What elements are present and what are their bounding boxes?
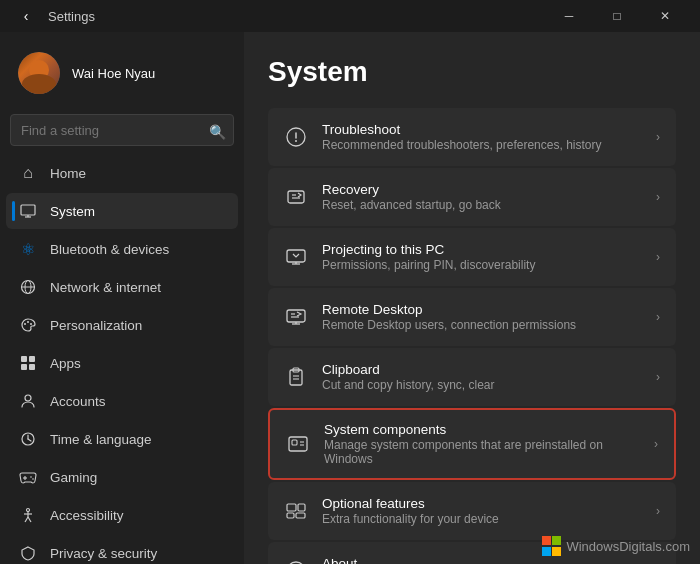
sidebar-item-system-label: System: [50, 204, 95, 219]
avatar: [18, 52, 60, 94]
search-container: 🔍: [0, 110, 244, 154]
sidebar-item-time-label: Time & language: [50, 432, 152, 447]
projecting-chevron: ›: [656, 250, 660, 264]
svg-point-13: [25, 395, 31, 401]
settings-item-clipboard[interactable]: Clipboard Cut and copy history, sync, cl…: [268, 348, 676, 406]
projecting-desc: Permissions, pairing PIN, discoverabilit…: [322, 258, 642, 272]
svg-rect-0: [21, 205, 35, 215]
svg-rect-9: [21, 356, 27, 362]
main-layout: Wai Hoe Nyau 🔍 ⌂ Home System ⚛ Bluetoot: [0, 32, 700, 564]
sidebar-item-home[interactable]: ⌂ Home: [6, 155, 238, 191]
components-chevron: ›: [654, 437, 658, 451]
search-input[interactable]: [10, 114, 234, 146]
settings-item-remote[interactable]: Remote Desktop Remote Desktop users, con…: [268, 288, 676, 346]
troubleshoot-title: Troubleshoot: [322, 122, 642, 137]
svg-line-16: [28, 439, 31, 441]
sidebar-item-accounts-label: Accounts: [50, 394, 106, 409]
settings-item-projecting[interactable]: Projecting to this PC Permissions, pairi…: [268, 228, 676, 286]
apps-icon: [18, 353, 38, 373]
recovery-title: Recovery: [322, 182, 642, 197]
troubleshoot-icon: [284, 125, 308, 149]
sidebar-item-system[interactable]: System: [6, 193, 238, 229]
remote-title: Remote Desktop: [322, 302, 642, 317]
sidebar-item-accessibility[interactable]: Accessibility: [6, 497, 238, 533]
clipboard-desc: Cut and copy history, sync, clear: [322, 378, 642, 392]
network-icon: [18, 277, 38, 297]
user-name: Wai Hoe Nyau: [72, 66, 155, 81]
troubleshoot-text: Troubleshoot Recommended troubleshooters…: [322, 122, 642, 152]
sidebar-item-apps[interactable]: Apps: [6, 345, 238, 381]
about-title: About: [322, 556, 642, 564]
recovery-desc: Reset, advanced startup, go back: [322, 198, 642, 212]
sidebar-item-gaming[interactable]: Gaming: [6, 459, 238, 495]
svg-point-7: [27, 321, 29, 323]
sidebar-item-network[interactable]: Network & internet: [6, 269, 238, 305]
settings-list: Troubleshoot Recommended troubleshooters…: [268, 108, 676, 564]
sidebar-item-privacy[interactable]: Privacy & security: [6, 535, 238, 564]
remote-chevron: ›: [656, 310, 660, 324]
accessibility-icon: [18, 505, 38, 525]
privacy-icon: [18, 543, 38, 563]
components-desc: Manage system components that are preins…: [324, 438, 640, 466]
sidebar-item-personalization-label: Personalization: [50, 318, 142, 333]
components-title: System components: [324, 422, 640, 437]
optional-title: Optional features: [322, 496, 642, 511]
optional-chevron: ›: [656, 504, 660, 518]
minimize-button[interactable]: ─: [546, 0, 592, 32]
back-button[interactable]: ‹: [12, 2, 40, 30]
projecting-text: Projecting to this PC Permissions, pairi…: [322, 242, 642, 272]
settings-item-optional[interactable]: Optional features Extra functionality fo…: [268, 482, 676, 540]
recovery-chevron: ›: [656, 190, 660, 204]
settings-item-recovery[interactable]: Recovery Reset, advanced startup, go bac…: [268, 168, 676, 226]
projecting-icon: [284, 245, 308, 269]
personalization-icon: [18, 315, 38, 335]
recovery-text: Recovery Reset, advanced startup, go bac…: [322, 182, 642, 212]
accounts-icon: [18, 391, 38, 411]
svg-rect-29: [288, 191, 304, 203]
components-icon: [286, 432, 310, 456]
svg-rect-10: [29, 356, 35, 362]
sidebar-item-time[interactable]: Time & language: [6, 421, 238, 457]
sidebar-item-bluetooth[interactable]: ⚛ Bluetooth & devices: [6, 231, 238, 267]
sidebar-item-accounts[interactable]: Accounts: [6, 383, 238, 419]
svg-point-19: [30, 476, 32, 478]
svg-point-8: [30, 323, 32, 325]
sidebar-item-home-label: Home: [50, 166, 86, 181]
user-profile[interactable]: Wai Hoe Nyau: [6, 36, 238, 106]
svg-rect-49: [298, 504, 305, 511]
settings-item-about[interactable]: About Device specifications, rename PC, …: [268, 542, 676, 564]
svg-rect-32: [287, 250, 305, 262]
svg-rect-45: [292, 440, 297, 445]
svg-rect-35: [287, 310, 305, 322]
sidebar-item-personalization[interactable]: Personalization: [6, 307, 238, 343]
optional-icon: [284, 499, 308, 523]
gaming-icon: [18, 467, 38, 487]
clipboard-icon: [284, 365, 308, 389]
svg-point-28: [295, 140, 297, 142]
titlebar-title: Settings: [48, 9, 95, 24]
clipboard-title: Clipboard: [322, 362, 642, 377]
optional-desc: Extra functionality for your device: [322, 512, 642, 526]
sidebar-item-bluetooth-label: Bluetooth & devices: [50, 242, 169, 257]
about-text: About Device specifications, rename PC, …: [322, 556, 642, 564]
recovery-icon: [284, 185, 308, 209]
avatar-image: [18, 52, 60, 94]
svg-line-25: [28, 517, 31, 522]
remote-desc: Remote Desktop users, connection permiss…: [322, 318, 642, 332]
sidebar-item-accessibility-label: Accessibility: [50, 508, 124, 523]
projecting-title: Projecting to this PC: [322, 242, 642, 257]
close-button[interactable]: ✕: [642, 0, 688, 32]
maximize-button[interactable]: □: [594, 0, 640, 32]
sidebar-item-apps-label: Apps: [50, 356, 81, 371]
svg-rect-11: [21, 364, 27, 370]
settings-item-troubleshoot[interactable]: Troubleshoot Recommended troubleshooters…: [268, 108, 676, 166]
titlebar-left: ‹ Settings: [12, 2, 95, 30]
svg-point-6: [24, 323, 26, 325]
troubleshoot-chevron: ›: [656, 130, 660, 144]
svg-rect-12: [29, 364, 35, 370]
troubleshoot-desc: Recommended troubleshooters, preferences…: [322, 138, 642, 152]
svg-rect-48: [287, 504, 296, 511]
settings-item-components[interactable]: System components Manage system componen…: [268, 408, 676, 480]
bluetooth-icon: ⚛: [18, 239, 38, 259]
system-icon: [18, 201, 38, 221]
